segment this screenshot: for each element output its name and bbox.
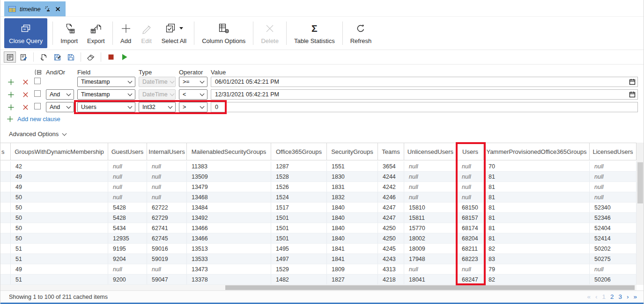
refresh-button[interactable]: Refresh — [346, 17, 377, 49]
import-button[interactable]: Import — [56, 17, 82, 49]
query-clause-row: AndTimestampDateTime<12/31/2021 05:42:21… — [5, 89, 638, 100]
type-select[interactable]: Int32 — [139, 102, 176, 112]
export-button[interactable]: Export — [82, 17, 110, 49]
edit-button[interactable]: Edit — [136, 17, 157, 49]
remove-icon — [22, 104, 29, 110]
column-header-Users: Users — [457, 143, 484, 160]
table-row[interactable]: 42nullnull11383128715513654nullnull70nul… — [0, 161, 637, 172]
table-cell: 13468 — [187, 192, 271, 202]
horizontal-scrollbar-thumb[interactable] — [225, 285, 635, 290]
table-cell: 5434 — [108, 223, 147, 233]
value-input[interactable]: 12/31/2021 05:42:21 PM — [211, 89, 638, 100]
remove-clause-button[interactable] — [20, 102, 31, 112]
table-cell: 49 — [11, 172, 108, 181]
vertical-scrollbar[interactable] — [637, 143, 644, 285]
tab-timeline[interactable]: timeline — [4, 1, 66, 16]
table-row[interactable]: 5012935627451346615011840425018002682048… — [0, 233, 637, 244]
table-cell: null — [147, 192, 187, 202]
page-control-»[interactable]: » — [633, 293, 637, 300]
close-query-button[interactable]: Close Query — [4, 18, 47, 48]
table-cell: 4244 — [378, 172, 404, 181]
table-row[interactable]: 49nullnull13473152918094313nullnull79nul… — [0, 264, 637, 275]
operator-select[interactable]: >= — [179, 77, 207, 87]
table-row[interactable]: 5054286272213484151718404247158106815081… — [0, 203, 637, 213]
insert-clause-button[interactable] — [5, 77, 16, 87]
table-query-window: timeline Close QueryImportExportAddEditS… — [0, 0, 644, 304]
table-row[interactable]: 50nullnull13468152418324246nullnull81nul… — [0, 192, 637, 203]
operator-select[interactable]: > — [179, 102, 207, 112]
table-row[interactable]: 5054286272913492150118404247158116815781… — [0, 213, 637, 223]
field-select[interactable]: Timestamp — [77, 77, 135, 87]
field-select[interactable]: Users — [77, 102, 135, 112]
insert-clause-button[interactable] — [5, 89, 16, 100]
toolbar-button-label: Table Statistics — [294, 37, 335, 44]
run-query-button[interactable] — [118, 51, 131, 63]
table-row[interactable]: 5191955901613513149518414245180096821182… — [0, 244, 637, 254]
value-input[interactable]: 06/01/2021 05:42:21 PM — [211, 77, 638, 87]
operator-select-value: > — [183, 104, 186, 110]
eraser-icon — [87, 53, 95, 61]
field-select[interactable]: Timestamp — [77, 89, 135, 100]
table-cell: null — [404, 192, 457, 202]
add-button[interactable]: Add — [116, 17, 136, 49]
table-cell: 13378 — [187, 275, 271, 284]
table-row[interactable]: 5192045901913533149718414243179486822383… — [0, 254, 637, 264]
remove-clause-button[interactable] — [20, 77, 31, 87]
text-editor-view-button[interactable] — [17, 51, 30, 63]
export-icon — [90, 22, 102, 35]
table-cell: null — [147, 172, 187, 181]
table-cell: 13473 — [187, 264, 271, 274]
table-cell: 50 — [11, 233, 108, 243]
clause-checkbox[interactable] — [34, 103, 41, 109]
table-cell: 50 — [11, 223, 108, 233]
query-builder-view-button[interactable] — [4, 51, 16, 63]
toolbar-button-label: Add — [120, 37, 131, 44]
and-or-select[interactable]: And — [46, 102, 74, 112]
insert-clause-button[interactable] — [5, 102, 16, 112]
page-control-3[interactable]: 3 — [618, 293, 622, 300]
value-input[interactable]: 0 — [211, 102, 638, 112]
horizontal-scrollbar[interactable] — [0, 285, 637, 290]
clause-checkbox[interactable] — [34, 90, 41, 97]
table-row[interactable]: 5192005904713378148218274218180416824782… — [0, 275, 637, 285]
add-new-clause-link[interactable]: Add new clause — [7, 116, 60, 123]
table-cell: 9204 — [108, 254, 147, 264]
save-query-button[interactable] — [65, 51, 77, 63]
remove-clause-button[interactable] — [20, 89, 31, 100]
save-query-as-button[interactable] — [51, 51, 63, 63]
table-row[interactable]: 49nullnull13479152618314242nullnull81nul… — [0, 182, 637, 192]
add-icon — [120, 22, 132, 35]
column-options-button[interactable]: Column Options — [197, 17, 250, 49]
table-cell: 49 — [11, 264, 108, 274]
refresh-icon — [355, 22, 366, 35]
page-control-2[interactable]: 2 — [610, 293, 614, 300]
calendar-icon[interactable] — [629, 91, 636, 98]
save-as-icon — [53, 53, 61, 61]
table-cell: 1840 — [327, 223, 378, 233]
operator-select[interactable]: < — [179, 89, 207, 100]
vertical-scrollbar-thumb[interactable] — [637, 162, 643, 203]
chevron-down-icon — [62, 131, 67, 136]
clause-checkbox[interactable] — [34, 78, 41, 84]
status-bar: Showing 1 to 100 of 211 cached items «‹1… — [0, 290, 644, 303]
stop-query-button[interactable] — [105, 51, 117, 63]
toolbar-button-label: Export — [87, 37, 105, 44]
advanced-options-toggle[interactable]: Advanced Options — [0, 125, 66, 143]
table-row[interactable]: 5054346274113466150118404250157706817481… — [0, 223, 637, 233]
delete-button[interactable]: Delete — [256, 17, 283, 49]
close-tab-icon[interactable] — [55, 7, 60, 12]
select-all-button[interactable]: Select All — [157, 17, 191, 49]
calendar-icon[interactable] — [629, 79, 636, 85]
table-cell: 13484 — [187, 203, 271, 212]
clear-query-button[interactable] — [85, 51, 97, 63]
open-query-button[interactable] — [37, 51, 50, 63]
page-control-›[interactable]: › — [627, 293, 629, 300]
table-row[interactable]: 49nullnull13509152818304244nullnull81nul… — [0, 172, 637, 182]
toolbar-button-label: Column Options — [202, 37, 245, 44]
and-or-select[interactable]: And — [46, 89, 74, 100]
table-cell: 1841 — [327, 244, 378, 253]
group-clauses-icon[interactable] — [34, 69, 42, 75]
table-cell: 4247 — [378, 203, 404, 212]
table-cell: 1840 — [327, 213, 378, 223]
table-statistics-button[interactable]: ΣTable Statistics — [289, 17, 340, 49]
